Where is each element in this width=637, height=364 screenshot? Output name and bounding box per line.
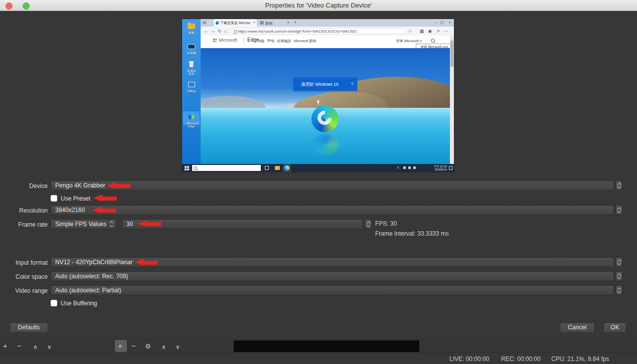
input-format-stepper[interactable] [615, 257, 622, 267]
move-source-down-icon[interactable]: ∨ [176, 342, 180, 352]
remove-scene-icon[interactable]: − [17, 341, 22, 351]
browser-tab-bar: ▤ 下載並安裝 Microsoft Edg × 新聞 + ∨ – ▢ × [201, 19, 454, 27]
fps-mode-stepper[interactable] [107, 220, 116, 229]
annotation-arrow-input-format [134, 259, 158, 266]
refresh-icon: ↻ [218, 28, 222, 34]
search-icon [431, 39, 435, 43]
edge-logo [311, 105, 339, 132]
volume-icon [408, 166, 411, 169]
use-preset-checkbox[interactable] [51, 195, 57, 202]
defaults-button[interactable]: Defaults [10, 322, 48, 333]
color-space-select[interactable]: Auto (autoselect: Rec. 709) [51, 271, 614, 281]
move-scene-up-icon[interactable]: ∧ [33, 342, 38, 352]
use-buffering-checkbox[interactable] [51, 300, 57, 306]
header-divider: | [243, 37, 245, 43]
download-button: 適用於 Windows 10 ∨ [293, 78, 357, 91]
minimize-icon: – [435, 20, 437, 25]
browser-tab-active: 下載並安裝 Microsoft Edg × [214, 19, 257, 27]
favorite-icon: ☆ [408, 28, 412, 34]
mountain-left [201, 96, 266, 109]
video-range-label: Video range [2, 287, 48, 294]
taskbar-search-box [192, 165, 261, 171]
color-space-stepper[interactable] [615, 271, 622, 281]
back-icon: ← [204, 28, 208, 34]
window-title: Properties for 'Video Capture Device' [0, 2, 637, 9]
rec-time-status: REC: 00:00:00 [501, 355, 541, 362]
cpu-fps-status: CPU: 21.1%, 9.84 fps [551, 355, 609, 362]
action-center-icon [449, 166, 452, 170]
tab-close-icon: × [253, 21, 255, 24]
lock-icon [234, 30, 237, 34]
cancel-button[interactable]: Cancel [560, 322, 595, 333]
obs-dock-toolbar-strip: + − ∧ ∨ + − ⚙ ∧ ∨ [0, 339, 637, 352]
nav-item: 使用秘訣 [277, 39, 291, 44]
window-titlebar[interactable]: Properties for 'Video Capture Device' [0, 0, 637, 11]
tab-dropdown-icon: ∨ [294, 20, 296, 24]
move-source-up-icon[interactable]: ∧ [162, 342, 166, 352]
move-scene-down-icon[interactable]: ∨ [47, 342, 52, 352]
fps-mode-select[interactable]: Simple FPS Values [51, 219, 116, 229]
desktop-icon-control-panel: 控制台 [187, 80, 196, 93]
taskbar-clock: 下午 01:52 2020/9/14 [424, 165, 447, 171]
fps-info: FPS: 30 [375, 220, 397, 227]
browser-address-toolbar: ← → ↻ ⌂ https://www.microsoft.com/zh-tw/… [201, 27, 454, 36]
home-icon: ⌂ [224, 28, 227, 34]
more-icon: ⋯ [443, 28, 448, 34]
video-range-select[interactable]: Auto (autoselect: Partial) [51, 285, 614, 295]
source-properties-gear-icon[interactable]: ⚙ [145, 341, 151, 351]
page-url: https://www.microsoft.com/zh-tw/edge?for… [238, 29, 402, 34]
edge-favicon [216, 21, 219, 25]
start-button-icon [185, 166, 189, 170]
microsoft-site-header: Microsoft | Edge 功能 Bing 使用秘訣 Microsoft … [201, 36, 454, 45]
main-window-gap [234, 340, 419, 352]
use-preset-label: Use Preset [61, 195, 90, 202]
video-range-stepper[interactable] [615, 285, 622, 295]
input-format-label: Input format [2, 259, 48, 266]
nav-item: Microsoft 新聞 [294, 39, 316, 44]
nav-item: Bing [267, 39, 274, 42]
desktop-icon-recycle-bin: 資源回收筒 [187, 60, 196, 76]
obs-status-bar: LIVE: 00:00:00 REC: 00:00:00 CPU: 21.1%,… [0, 352, 637, 364]
add-source-icon[interactable]: + [118, 341, 122, 351]
maximize-icon: ▢ [440, 20, 444, 25]
chevron-down-icon: ∨ [351, 81, 354, 86]
address-bar: https://www.microsoft.com/zh-tw/edge?for… [231, 28, 406, 35]
close-icon: × [448, 20, 451, 25]
add-scene-icon[interactable]: + [3, 341, 8, 351]
fps-value-stepper[interactable] [365, 219, 372, 229]
share-icon: ↗ [436, 28, 440, 34]
annotation-arrow-fps [137, 220, 161, 228]
resolution-select-stepper[interactable] [615, 205, 622, 215]
microsoft-brand: Microsoft [219, 38, 237, 43]
frame-interval-info: Frame Interval: 33.3333 ms [375, 230, 449, 237]
recycle-bin-icon [189, 61, 194, 67]
scrollbar-thumb [450, 41, 453, 67]
obs-properties-window: Properties for 'Video Capture Device' 檔案… [0, 0, 637, 364]
task-view-icon [265, 166, 269, 170]
edge-webpage: Microsoft | Edge 功能 Bing 使用秘訣 Microsoft … [201, 36, 454, 164]
computer-icon [188, 44, 195, 49]
desktop-icon-files: 檔案 [187, 22, 196, 35]
color-space-label: Color space [2, 273, 48, 280]
annotation-arrow-preset [93, 195, 117, 202]
live-time-status: LIVE: 00:00:00 [449, 355, 489, 362]
file-explorer-icon [275, 166, 280, 170]
page-scrollbar [450, 36, 454, 164]
nav-item: 功能 [257, 39, 264, 44]
microsoft-logo-icon [213, 39, 217, 42]
all-microsoft-menu: 所有 Microsoft ∨ [396, 39, 422, 44]
remove-source-icon[interactable]: − [131, 341, 136, 351]
ok-button[interactable]: OK [603, 322, 626, 333]
resolution-select[interactable]: 3840x2160 [51, 205, 614, 215]
edge-browser-window: ▤ 下載並安裝 Microsoft Edg × 新聞 + ∨ – ▢ × ← → [201, 19, 454, 164]
browser-tab-inactive: 新聞 [259, 20, 284, 27]
search-icon [194, 166, 197, 170]
chevron-down-icon: ∨ [419, 39, 422, 43]
device-select-stepper[interactable] [615, 180, 622, 191]
collections-icon: ▦ [419, 28, 424, 34]
windows-desktop: 檔案 此電腦 資源回收筒 控制台 Microsoft Edge [182, 19, 201, 164]
desktop-icon-edge: Microsoft Edge [187, 112, 196, 128]
device-select[interactable]: Pengo 4K Grabber [51, 180, 614, 191]
use-buffering-label: Use Buffering [61, 300, 97, 307]
edge-icon [188, 113, 195, 119]
